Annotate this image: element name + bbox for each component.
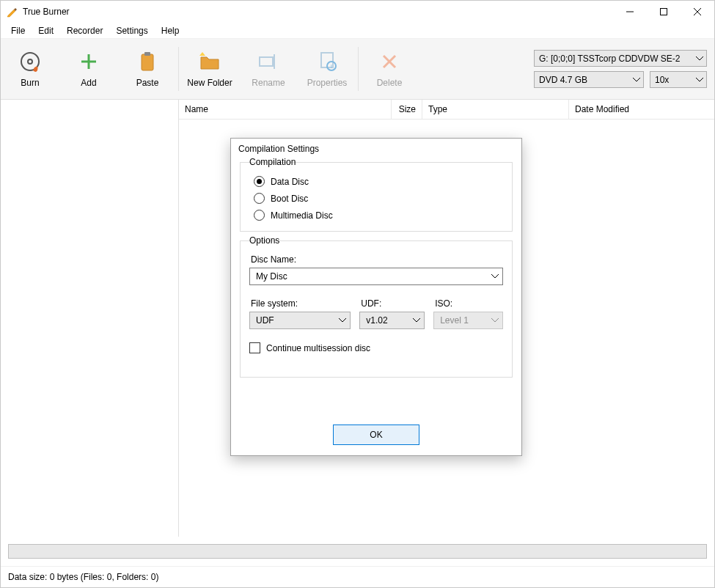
radio-boot-disc-label: Boot Disc: [271, 194, 308, 204]
chevron-down-icon: [491, 318, 499, 323]
file-system-select[interactable]: UDF: [249, 312, 351, 329]
toolbar-separator: [358, 47, 359, 91]
progress-bar: [8, 544, 707, 559]
dialog-title: Compilation Settings: [231, 139, 521, 159]
close-button[interactable]: [681, 1, 714, 23]
plus-icon: [77, 50, 100, 73]
column-type[interactable]: Type: [422, 100, 569, 119]
properties-label: Properties: [307, 78, 348, 88]
radio-icon: [254, 210, 265, 221]
svg-rect-9: [144, 52, 150, 56]
chevron-down-icon: [696, 78, 703, 82]
rename-icon: [257, 50, 280, 73]
drive-select[interactable]: G: [0;0;0] TSSTcorp CDDVDW SE-2: [534, 50, 707, 67]
minimize-button[interactable]: [613, 1, 647, 23]
statusbar: Data size: 0 bytes (Files: 0, Folders: 0…: [1, 566, 714, 587]
speed-select-value: 10x: [655, 75, 669, 85]
ok-button-label: OK: [370, 430, 382, 440]
new-folder-icon: [198, 50, 221, 73]
drive-select-value: G: [0;0;0] TSSTcorp CDDVDW SE-2: [539, 54, 681, 64]
menubar: File Edit Recorder Settings Help: [1, 23, 714, 39]
svg-rect-1: [661, 9, 667, 15]
main-window: True Burner File Edit Recorder Settings …: [0, 0, 715, 588]
clipboard-icon: [136, 50, 159, 73]
dialog-footer: OK: [231, 414, 521, 455]
new-folder-button[interactable]: New Folder: [180, 39, 239, 99]
column-name[interactable]: Name: [179, 100, 392, 119]
compilation-group: Compilation Data Disc Boot Disc Multimed…: [240, 162, 513, 232]
burn-label: Burn: [21, 78, 39, 88]
chevron-down-icon: [339, 318, 346, 323]
file-system-value: UDF: [256, 315, 274, 326]
burn-icon: [18, 50, 42, 73]
chevron-down-icon: [696, 56, 703, 61]
menu-recorder[interactable]: Recorder: [61, 24, 109, 37]
delete-button: Delete: [360, 39, 419, 99]
paste-button[interactable]: Paste: [118, 39, 177, 99]
disc-name-label: Disc Name:: [251, 254, 503, 265]
disc-name-value: My Disc: [256, 271, 287, 282]
app-icon: [7, 6, 18, 18]
chevron-down-icon: [633, 78, 640, 82]
properties-icon: i: [315, 50, 339, 73]
iso-select: Level 1: [433, 312, 503, 329]
media-select-value: DVD 4.7 GB: [539, 75, 587, 85]
chevron-down-icon: [413, 318, 420, 323]
menu-settings[interactable]: Settings: [110, 24, 153, 37]
paste-label: Paste: [136, 78, 159, 88]
burn-button[interactable]: Burn: [1, 39, 59, 99]
properties-button: i Properties: [298, 39, 356, 99]
iso-label: ISO:: [435, 298, 503, 309]
udf-select[interactable]: v1.02: [359, 312, 425, 329]
radio-data-disc[interactable]: Data Disc: [254, 176, 503, 187]
iso-value: Level 1: [440, 315, 469, 326]
delete-label: Delete: [377, 78, 403, 88]
multisession-label: Continue multisession disc: [266, 343, 370, 353]
ok-button[interactable]: OK: [333, 425, 419, 445]
toolbar: Burn Add Paste New Folder Rename i: [1, 39, 714, 100]
svg-text:i: i: [331, 63, 332, 70]
new-folder-label: New Folder: [187, 78, 232, 88]
rename-button: Rename: [239, 39, 298, 99]
udf-label: UDF:: [361, 298, 425, 309]
multisession-checkbox[interactable]: Continue multisession disc: [249, 342, 503, 353]
radio-data-disc-label: Data Disc: [271, 177, 309, 187]
chevron-down-icon: [491, 274, 499, 279]
menu-file[interactable]: File: [5, 24, 31, 37]
media-select[interactable]: DVD 4.7 GB: [534, 71, 644, 88]
udf-value: v1.02: [366, 315, 387, 326]
speed-select[interactable]: 10x: [650, 71, 707, 88]
progress-area: [1, 537, 714, 566]
compilation-settings-dialog: Compilation Settings Compilation Data Di…: [230, 138, 522, 456]
toolbar-separator: [178, 47, 179, 91]
disc-name-combo[interactable]: My Disc: [249, 268, 503, 285]
delete-icon: [378, 50, 401, 73]
tree-pane[interactable]: [1, 100, 179, 537]
radio-multimedia-disc-label: Multimedia Disc: [271, 210, 333, 221]
drive-controls: G: [0;0;0] TSSTcorp CDDVDW SE-2 DVD 4.7 …: [534, 50, 707, 88]
radio-icon: [254, 193, 265, 204]
menu-help[interactable]: Help: [155, 24, 186, 37]
svg-rect-8: [142, 54, 153, 70]
svg-point-5: [28, 59, 32, 64]
column-size[interactable]: Size: [392, 100, 422, 119]
app-title: True Burner: [23, 7, 70, 17]
add-button[interactable]: Add: [59, 39, 118, 99]
list-header: Name Size Type Date Modified: [179, 100, 714, 120]
column-date[interactable]: Date Modified: [569, 100, 714, 119]
svg-rect-10: [260, 57, 273, 66]
menu-edit[interactable]: Edit: [32, 24, 59, 37]
maximize-button[interactable]: [647, 1, 681, 23]
titlebar: True Burner: [1, 1, 714, 23]
radio-icon: [254, 176, 265, 187]
add-label: Add: [81, 78, 96, 88]
rename-label: Rename: [252, 78, 285, 88]
status-text: Data size: 0 bytes (Files: 0, Folders: 0…: [8, 572, 158, 582]
radio-boot-disc[interactable]: Boot Disc: [254, 193, 503, 204]
options-group: Options Disc Name: My Disc File system: …: [240, 240, 513, 378]
fs-label: File system:: [251, 298, 351, 309]
radio-multimedia-disc[interactable]: Multimedia Disc: [254, 210, 503, 221]
checkbox-icon: [249, 342, 260, 353]
